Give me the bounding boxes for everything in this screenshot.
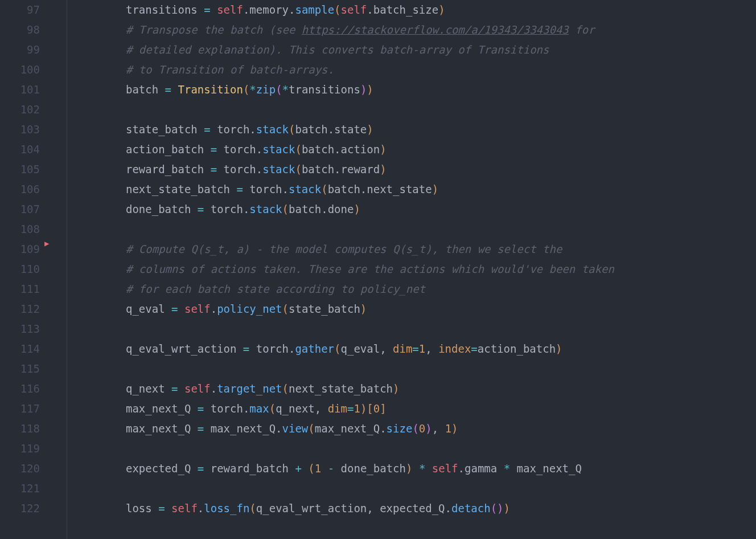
token-op: = (198, 462, 204, 475)
code-line[interactable]: reward_batch = torch.stack(batch.reward) (67, 160, 756, 179)
token-def (211, 3, 217, 16)
line-number[interactable]: 99 (0, 40, 40, 60)
line-number[interactable]: 121 (0, 479, 40, 499)
token-link: https://stackoverflow.com/a/19343/334304… (302, 23, 569, 36)
token-op: * (282, 83, 289, 96)
line-number[interactable]: 113 (0, 319, 40, 339)
line-number[interactable]: 114 (0, 339, 40, 359)
token-op: = (204, 3, 210, 16)
line-number[interactable]: 116 (0, 379, 40, 399)
code-line[interactable]: expected_Q = reward_batch + (1 - done_ba… (67, 459, 756, 479)
token-num: 0 (373, 402, 380, 415)
token-def (178, 303, 184, 315)
line-number[interactable]: 98 (0, 20, 40, 40)
code-line[interactable]: max_next_Q = torch.max(q_next, dim=1)[0] (67, 399, 756, 419)
token-op: = (204, 123, 210, 136)
token-punc: . (380, 422, 386, 435)
code-line[interactable] (67, 319, 756, 339)
line-number[interactable]: 120 (0, 459, 40, 479)
code-line[interactable]: # detailed explanation). This converts b… (67, 40, 756, 60)
token-def: done_batch (334, 462, 406, 475)
code-line[interactable]: # Compute Q(s_t, a) - the model computes… (67, 239, 756, 259)
token-call: size (387, 422, 413, 435)
line-number[interactable]: 117 (0, 399, 40, 419)
token-op: = (198, 422, 204, 435)
line-number[interactable]: 108 (0, 219, 40, 239)
line-number[interactable]: 105 (0, 160, 40, 179)
token-num: 1 (354, 402, 360, 415)
line-number[interactable]: 107 (0, 199, 40, 219)
code-line[interactable]: loss = self.loss_fn(q_eval_wrt_action, e… (67, 499, 756, 518)
token-op: = (211, 163, 217, 175)
token-brk1: ( (243, 83, 249, 96)
token-punc: . (256, 163, 262, 175)
fold-marker-icon[interactable]: ▶ (44, 234, 49, 254)
code-editor[interactable]: 9798991001011021031041051061071081091101… (0, 0, 756, 539)
line-number[interactable]: 111 (0, 279, 40, 299)
code-line[interactable] (67, 219, 756, 239)
token-brk1: ) (556, 342, 562, 355)
token-call: max (249, 402, 269, 415)
code-line[interactable]: # columns of actions taken. These are th… (67, 259, 756, 279)
code-line[interactable]: # for each batch state according to poli… (67, 279, 756, 299)
code-line[interactable]: max_next_Q = max_next_Q.view(max_next_Q.… (67, 419, 756, 439)
line-number-gutter[interactable]: 9798991001011021031041051061071081091101… (0, 0, 50, 539)
token-def: next_state_batch (289, 382, 393, 395)
line-number[interactable]: 122 (0, 499, 40, 518)
code-line[interactable] (67, 479, 756, 499)
code-line[interactable]: q_next = self.target_net(next_state_batc… (67, 379, 756, 399)
code-line[interactable]: # Transpose the batch (see https://stack… (67, 20, 756, 40)
token-def: batch_size (373, 3, 438, 16)
token-def: done_batch (126, 203, 198, 215)
token-def: action (341, 143, 380, 156)
token-punc: , (432, 422, 445, 435)
line-number[interactable]: 119 (0, 439, 40, 459)
line-number[interactable]: 118 (0, 419, 40, 439)
token-comm: # Compute Q(s_t, a) - the model computes… (126, 243, 562, 255)
code-line[interactable] (67, 359, 756, 379)
line-number[interactable]: 110 (0, 259, 40, 279)
token-def: max_next_Q (126, 402, 198, 415)
token-def: transitions (289, 83, 360, 96)
token-param: index (438, 342, 471, 355)
line-number[interactable]: 103 (0, 120, 40, 140)
token-def: transitions (126, 3, 204, 16)
line-number[interactable]: 104 (0, 140, 40, 160)
token-punc: . (243, 3, 249, 16)
code-area[interactable]: transitions = self.memory.sample(self.ba… (67, 0, 756, 539)
line-number[interactable]: 102 (0, 100, 40, 120)
token-op: = (243, 342, 249, 355)
code-line[interactable]: next_state_batch = torch.stack(batch.nex… (67, 179, 756, 199)
token-def: batch (126, 83, 165, 96)
token-def: q_eval_wrt_action (126, 342, 243, 355)
line-number[interactable]: 106 (0, 179, 40, 199)
code-line[interactable]: batch = Transition(*zip(*transitions)) (67, 80, 756, 100)
code-line[interactable] (67, 100, 756, 120)
fold-column[interactable]: ▶ (50, 0, 67, 539)
line-number[interactable]: 97 (0, 0, 40, 20)
line-number[interactable]: 112 (0, 299, 40, 319)
code-line[interactable]: state_batch = torch.stack(batch.state) (67, 120, 756, 140)
line-number[interactable]: 100 (0, 60, 40, 80)
token-op: * (504, 462, 510, 475)
token-brk1: ) (354, 203, 360, 215)
code-line[interactable] (67, 439, 756, 459)
line-number[interactable]: 115 (0, 359, 40, 379)
token-def (178, 382, 184, 395)
code-line[interactable]: transitions = self.memory.sample(self.ba… (67, 0, 756, 20)
code-line[interactable]: q_eval_wrt_action = torch.gather(q_eval,… (67, 339, 756, 359)
line-number[interactable]: 101 (0, 80, 40, 100)
code-line[interactable]: # to Transition of batch-arrays. (67, 60, 756, 80)
token-brk1: ( (295, 163, 301, 175)
code-line[interactable]: done_batch = torch.stack(batch.done) (67, 199, 756, 219)
line-number[interactable]: 109 (0, 239, 40, 259)
token-punc: . (289, 3, 295, 16)
token-call: view (282, 422, 309, 435)
token-brk1: ( (249, 502, 256, 514)
code-line[interactable]: action_batch = torch.stack(batch.action) (67, 140, 756, 160)
code-line[interactable]: q_eval = self.policy_net(state_batch) (67, 299, 756, 319)
token-def: expected_Q (380, 502, 445, 514)
token-op: * (249, 83, 256, 96)
token-self: self (432, 462, 458, 475)
token-def (321, 462, 327, 475)
